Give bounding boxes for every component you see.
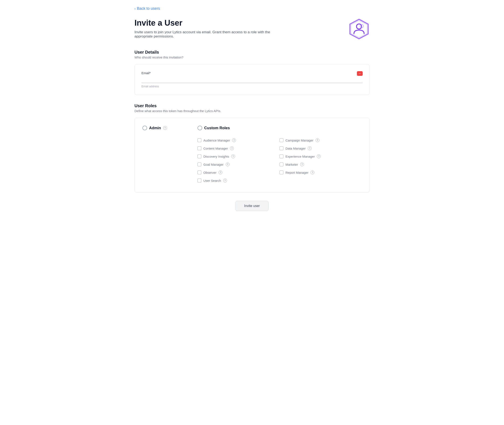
info-icon-audience-manager[interactable]: ? bbox=[232, 138, 236, 142]
chevron-left-icon: ‹ bbox=[134, 7, 136, 10]
checkbox-marketer[interactable] bbox=[280, 162, 283, 166]
role-name-report-manager: Report Manager bbox=[285, 171, 308, 174]
role-name-audience-manager: Audience Manager bbox=[203, 139, 230, 142]
back-to-users-link[interactable]: ‹ Back to users bbox=[134, 6, 160, 11]
info-icon-marketer[interactable]: ? bbox=[300, 162, 304, 166]
role-name-user-search: User Search bbox=[203, 179, 221, 182]
info-icon-campaign-manager[interactable]: ? bbox=[316, 138, 319, 142]
email-badge: ··· bbox=[357, 71, 363, 76]
user-roles-title: User Roles bbox=[134, 103, 370, 108]
page-header-left: Invite a User Invite users to join your … bbox=[134, 19, 283, 39]
user-details-section: User Details Who should receive this inv… bbox=[134, 50, 370, 95]
info-icon-data-manager[interactable]: ? bbox=[308, 146, 312, 150]
role-name-data-manager: Data Manager bbox=[285, 147, 306, 150]
info-icon-observer[interactable]: ? bbox=[219, 171, 222, 174]
page-title: Invite a User bbox=[134, 19, 283, 27]
custom-roles-label-text: Custom Roles bbox=[204, 126, 230, 130]
role-name-discovery-insights: Discovery Insights bbox=[203, 155, 229, 158]
checkbox-content-manager[interactable] bbox=[198, 146, 201, 150]
info-icon-user-search[interactable]: ? bbox=[223, 179, 227, 182]
user-details-card: Email* ··· Email address bbox=[134, 64, 370, 95]
role-item-data-manager[interactable]: Data Manager ? bbox=[280, 144, 362, 152]
custom-roles-column: Custom Roles Audience Manager ? bbox=[198, 126, 362, 185]
admin-label-text: Admin bbox=[149, 126, 161, 130]
checkbox-audience-manager[interactable] bbox=[198, 138, 201, 142]
checkbox-experience-manager[interactable] bbox=[280, 154, 283, 158]
custom-roles-grid: Audience Manager ? Content Manager ? Dis… bbox=[198, 136, 362, 185]
roles-right-col: Campaign Manager ? Data Manager ? Experi… bbox=[280, 136, 362, 185]
email-hint: Email address bbox=[141, 85, 363, 88]
info-icon-discovery-insights[interactable]: ? bbox=[231, 154, 235, 158]
role-item-experience-manager[interactable]: Experience Manager ? bbox=[280, 152, 362, 160]
checkbox-campaign-manager[interactable] bbox=[280, 138, 283, 142]
checkbox-goal-manager[interactable] bbox=[198, 162, 201, 166]
admin-column: Admin ? bbox=[142, 126, 185, 185]
role-name-experience-manager: Experience Manager bbox=[285, 155, 315, 158]
custom-roles-title-row[interactable]: Custom Roles bbox=[198, 126, 362, 130]
admin-radio-label[interactable]: Admin ? bbox=[142, 126, 185, 130]
role-item-user-search[interactable]: User Search ? bbox=[198, 177, 280, 185]
roles-card: Admin ? Custom Roles bbox=[134, 118, 370, 192]
user-roles-subtitle: Define what access this token has throug… bbox=[134, 109, 370, 113]
admin-info-icon[interactable]: ? bbox=[163, 126, 167, 130]
role-name-campaign-manager: Campaign Manager bbox=[285, 139, 313, 142]
checkbox-observer[interactable] bbox=[198, 171, 201, 174]
role-item-audience-manager[interactable]: Audience Manager ? bbox=[198, 136, 280, 144]
page-header: Invite a User Invite users to join your … bbox=[134, 19, 370, 40]
role-item-marketer[interactable]: Marketer ? bbox=[280, 160, 362, 168]
info-icon-goal-manager[interactable]: ? bbox=[226, 162, 229, 166]
role-name-marketer: Marketer bbox=[285, 163, 298, 166]
role-item-campaign-manager[interactable]: Campaign Manager ? bbox=[280, 136, 362, 144]
checkbox-user-search[interactable] bbox=[198, 179, 201, 182]
info-icon-content-manager[interactable]: ? bbox=[230, 146, 234, 150]
role-name-observer: Observer bbox=[203, 171, 217, 174]
role-name-content-manager: Content Manager bbox=[203, 147, 228, 150]
checkbox-report-manager[interactable] bbox=[280, 171, 283, 174]
invite-user-button[interactable]: Invite user bbox=[235, 201, 269, 211]
role-item-report-manager[interactable]: Report Manager ? bbox=[280, 168, 362, 177]
email-label: Email* bbox=[141, 71, 363, 75]
email-input[interactable] bbox=[141, 76, 363, 83]
user-details-title: User Details bbox=[134, 50, 370, 55]
role-name-goal-manager: Goal Manager bbox=[203, 163, 224, 166]
invite-button-wrapper: Invite user bbox=[134, 201, 370, 211]
roles-left-col: Audience Manager ? Content Manager ? Dis… bbox=[198, 136, 280, 185]
page-description: Invite users to join your Lytics account… bbox=[134, 30, 283, 39]
role-item-goal-manager[interactable]: Goal Manager ? bbox=[198, 160, 280, 168]
roles-grid: Admin ? Custom Roles bbox=[142, 126, 362, 185]
info-icon-report-manager[interactable]: ? bbox=[310, 171, 314, 174]
checkbox-data-manager[interactable] bbox=[280, 146, 283, 150]
invite-user-icon bbox=[349, 19, 370, 40]
checkbox-discovery-insights[interactable] bbox=[198, 154, 201, 158]
user-roles-section: User Roles Define what access this token… bbox=[134, 103, 370, 192]
info-icon-experience-manager[interactable]: ? bbox=[317, 154, 321, 158]
role-item-observer[interactable]: Observer ? bbox=[198, 168, 280, 177]
back-link-label: Back to users bbox=[137, 6, 160, 11]
admin-radio[interactable] bbox=[142, 126, 147, 130]
role-item-discovery-insights[interactable]: Discovery Insights ? bbox=[198, 152, 280, 160]
user-details-subtitle: Who should receive this invitation? bbox=[134, 55, 370, 59]
custom-roles-radio[interactable] bbox=[198, 126, 202, 130]
email-field-wrapper: Email* ··· Email address bbox=[141, 71, 363, 88]
role-item-content-manager[interactable]: Content Manager ? bbox=[198, 144, 280, 152]
